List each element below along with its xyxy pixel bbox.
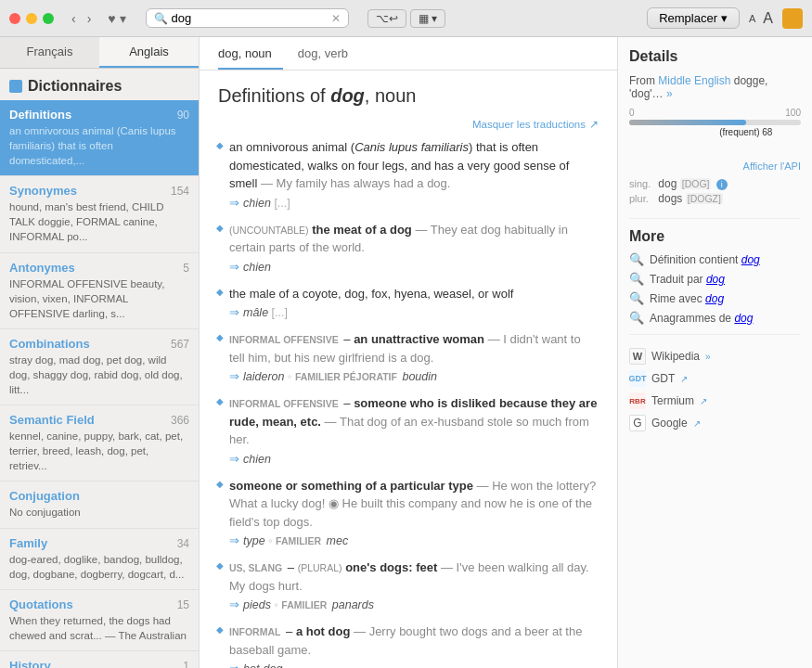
- more-title: More: [629, 218, 801, 245]
- definition-1: an omnivorous animal (Canis lupus famili…: [218, 138, 599, 210]
- gdt-icon: GDT: [629, 370, 646, 387]
- sidebar-section-title-definitions[interactable]: Definitions: [9, 108, 71, 122]
- inflection-singular: sing. dog [DOG] i: [629, 177, 801, 190]
- sidebar-item-synonymes[interactable]: Synonymes 154 hound, man's best friend, …: [0, 176, 199, 252]
- sidebar-section-content-semantic-field: kennel, canine, puppy, bark, cat, pet, t…: [0, 428, 199, 477]
- gdt-link[interactable]: GDT GDT ↗: [629, 370, 801, 387]
- definition-4: INFORMAL OFFENSIVE – an unattractive wom…: [218, 330, 599, 383]
- search-input[interactable]: [172, 11, 331, 25]
- content-title-prefix: Definitions of: [218, 85, 330, 106]
- font-buttons: A A: [747, 8, 775, 29]
- sidebar-section-title-quotations[interactable]: Quotations: [9, 597, 73, 611]
- more-item-anagrammes-de[interactable]: 🔍 Anagrammes de dog: [629, 311, 801, 325]
- sidebar-item-family[interactable]: Family 34 dog-eared, doglike, bandog, bu…: [0, 529, 199, 590]
- translation-7: pieds ◦ FAMILIER panards: [229, 597, 599, 611]
- font-large-button[interactable]: A: [761, 8, 775, 29]
- search-icon-def: 🔍: [629, 252, 644, 266]
- sidebar-tabs: Français Anglais: [0, 37, 199, 69]
- sidebar-item-combinations[interactable]: Combinations 567 stray dog, mad dog, pet…: [0, 329, 199, 405]
- def-text-7: US, SLANG – (plural) one's dogs: feet — …: [229, 559, 599, 595]
- search-icon-rime: 🔍: [629, 291, 644, 305]
- more-item-text-traduit: Traduit par dog: [650, 273, 725, 286]
- translation-2: chien: [229, 260, 599, 274]
- content-tabs: dog, noun dog, verb: [200, 37, 617, 71]
- bookmark-button[interactable]: ♥ ▾: [103, 9, 130, 28]
- more-item-traduit-par[interactable]: 🔍 Traduit par dog: [629, 272, 801, 286]
- sidebar-header-title: Dictionnaires: [28, 78, 122, 95]
- search-icon-traduit: 🔍: [629, 272, 644, 286]
- api-link[interactable]: Afficher l'API: [629, 161, 801, 172]
- middle-english-link[interactable]: Middle English: [658, 74, 730, 87]
- sidebar-item-antonymes[interactable]: Antonymes 5 INFORMAL OFFENSIVE beauty, v…: [0, 253, 199, 329]
- remplacer-button[interactable]: Remplacer ▾: [647, 7, 740, 29]
- color-picker[interactable]: [782, 8, 803, 29]
- def-text-6: someone or something of a particular typ…: [229, 477, 599, 532]
- search-clear-button[interactable]: ✕: [331, 12, 341, 25]
- options-button[interactable]: ▦ ▾: [410, 9, 445, 28]
- sidebar-section-content-combinations: stray dog, mad dog, pet dog, wild dog, s…: [0, 352, 199, 401]
- wikipedia-link[interactable]: W Wikipedia »: [629, 348, 801, 365]
- content-title-word: dog: [330, 85, 365, 106]
- sidebar-section-title-antonymes[interactable]: Antonymes: [9, 261, 75, 275]
- minimize-button[interactable]: [26, 13, 37, 24]
- tab-anglais[interactable]: Anglais: [99, 37, 199, 68]
- sidebar-section-content-definitions: an omnivorous animal (Canis lupus famili…: [0, 122, 199, 172]
- sidebar-item-quotations[interactable]: Quotations 15 When they returned, the do…: [0, 590, 199, 651]
- maximize-button[interactable]: [43, 13, 54, 24]
- sidebar-section-title-synonymes[interactable]: Synonymes: [9, 184, 77, 198]
- inflection-plural: plur. dogs [DOGZ]: [629, 192, 801, 205]
- lookup-button[interactable]: ⌥↩: [367, 9, 406, 28]
- details-title: Details: [629, 48, 801, 65]
- sidebar-section-content-family: dog-eared, doglike, bandog, bulldog, dog…: [0, 551, 199, 585]
- definition-2: (uncountable) the meat of a dog — They e…: [218, 221, 599, 274]
- sidebar-section-title-history[interactable]: History: [9, 659, 51, 668]
- google-icon: G: [629, 415, 646, 431]
- external-links: W Wikipedia » GDT GDT ↗ RBR Termium ↗ G …: [629, 334, 801, 431]
- termium-arrow: ↗: [700, 396, 707, 406]
- sidebar-section-count-definitions: 90: [177, 109, 189, 122]
- definition-6: someone or something of a particular typ…: [218, 477, 599, 548]
- termium-link[interactable]: RBR Termium ↗: [629, 392, 801, 409]
- tab-francais[interactable]: Français: [0, 37, 99, 68]
- google-label: Google: [651, 417, 688, 430]
- font-small-button[interactable]: A: [747, 8, 757, 29]
- sidebar-item-conjugation[interactable]: Conjugation No conjugation: [0, 482, 199, 528]
- sidebar: Français Anglais Dictionnaires Definitio…: [0, 37, 200, 668]
- google-link[interactable]: G Google ↗: [629, 415, 801, 431]
- details-panel: Details From Middle English dogge, 'dog'…: [617, 37, 812, 668]
- wikipedia-label: Wikipedia: [651, 350, 700, 363]
- more-item-def-contient[interactable]: 🔍 Définition contient dog: [629, 252, 801, 266]
- hide-translations-button[interactable]: Masquer les traductions ↗: [218, 118, 599, 131]
- gdt-arrow: ↗: [680, 374, 688, 384]
- sing-label: sing.: [629, 178, 655, 189]
- plur-code: [DOGZ]: [686, 193, 723, 204]
- more-item-rime-avec[interactable]: 🔍 Rime avec dog: [629, 291, 801, 305]
- sidebar-item-history[interactable]: History 1 From Middle English dogge, 'do…: [0, 651, 199, 668]
- back-button[interactable]: ‹: [67, 9, 81, 28]
- traffic-lights: [9, 13, 54, 24]
- forward-button[interactable]: ›: [83, 9, 97, 28]
- definition-3: the male of a coyote, dog, fox, hyena, w…: [218, 285, 599, 320]
- sidebar-item-semantic-field[interactable]: Semantic Field 366 kennel, canine, puppy…: [0, 405, 199, 482]
- sing-value: dog: [658, 177, 677, 190]
- tab-dog-noun[interactable]: dog, noun: [218, 37, 283, 70]
- def-text-1: an omnivorous animal (Canis lupus famili…: [229, 138, 599, 193]
- frequency-bar: 0 100 (frequent) 68: [629, 108, 801, 146]
- more-etymology-link[interactable]: »: [666, 87, 673, 100]
- freq-bar-fill: [629, 120, 746, 125]
- sidebar-section-title-conjugation[interactable]: Conjugation: [9, 489, 80, 503]
- google-arrow: ↗: [693, 418, 701, 429]
- search-icon-anagrammes: 🔍: [629, 311, 644, 325]
- translation-3: mâle [...]: [229, 305, 599, 319]
- sing-info-icon[interactable]: i: [716, 179, 728, 190]
- sidebar-item-definitions[interactable]: Definitions 90 an omnivorous animal (Can…: [0, 100, 199, 176]
- tab-dog-verb[interactable]: dog, verb: [298, 37, 359, 70]
- more-item-text-anagrammes: Anagrammes de dog: [650, 312, 753, 325]
- sidebar-section-title-family[interactable]: Family: [9, 536, 47, 550]
- main-layout: Français Anglais Dictionnaires Definitio…: [0, 37, 812, 668]
- sidebar-section-title-combinations[interactable]: Combinations: [9, 337, 90, 351]
- sidebar-section-title-semantic-field[interactable]: Semantic Field: [9, 413, 95, 427]
- sidebar-section-content-quotations: When they returned, the dogs had chewed …: [0, 612, 199, 647]
- close-button[interactable]: [9, 13, 20, 24]
- termium-icon: RBR: [629, 392, 646, 409]
